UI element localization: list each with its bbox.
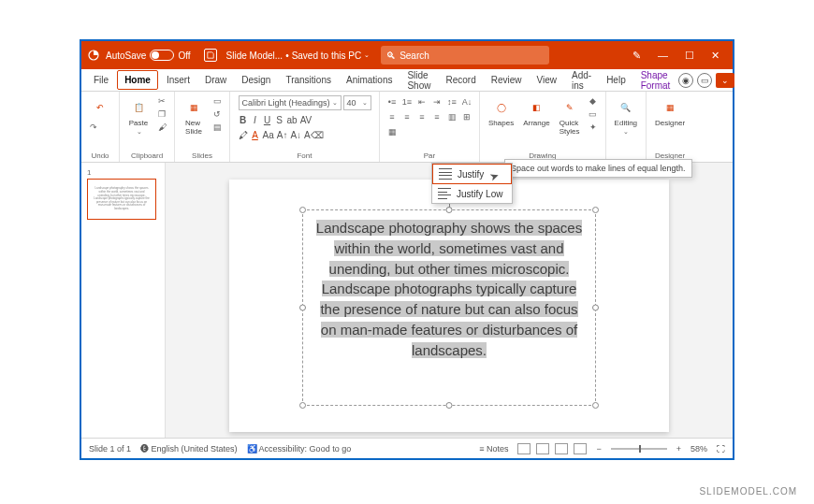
align-center-button[interactable]: ≡ (400, 110, 414, 123)
tab-transitions[interactable]: Transitions (279, 71, 338, 89)
align-text-button[interactable]: ⊞ (460, 110, 473, 123)
tab-design[interactable]: Design (235, 71, 277, 89)
shrink-font-button[interactable]: A↓ (290, 130, 301, 140)
paste-button[interactable]: 📋 Paste ⌄ (125, 95, 152, 137)
tab-review[interactable]: Review (485, 71, 529, 89)
tab-draw[interactable]: Draw (198, 71, 233, 89)
close-button[interactable]: ✕ (711, 50, 720, 62)
indent-left-button[interactable]: ⇤ (415, 95, 429, 108)
resize-handle-b[interactable] (446, 402, 453, 409)
zoom-slider[interactable] (611, 448, 667, 450)
present-icon[interactable]: ▭ (697, 73, 712, 88)
tab-insert[interactable]: Insert (160, 71, 196, 89)
italic-button[interactable]: I (251, 115, 260, 125)
tab-file[interactable]: File (87, 71, 115, 89)
undo-button[interactable]: ↶ (87, 95, 113, 120)
justify-button[interactable]: ≡ (430, 110, 443, 123)
zoom-out-button[interactable]: − (596, 444, 601, 454)
text-box[interactable]: Landscape photography shows the spaces w… (302, 209, 596, 406)
document-title: Slide Model... (226, 50, 283, 61)
layout-button[interactable]: ▭ (211, 95, 224, 107)
resize-handle-br[interactable] (592, 402, 599, 409)
highlight-button[interactable]: 🖍 (239, 130, 248, 140)
editing-button[interactable]: 🔍Editing⌄ (612, 95, 640, 137)
tab-addins[interactable]: Add-ins (565, 66, 598, 94)
cut-button[interactable]: ✂ (155, 95, 168, 107)
fit-to-window-button[interactable]: ⛶ (717, 444, 725, 454)
slide-body-text[interactable]: Landscape photography shows the spaces w… (311, 218, 588, 397)
reset-button[interactable]: ↺ (211, 108, 224, 120)
zoom-in-button[interactable]: + (676, 444, 681, 454)
font-size-selector[interactable]: 40⌄ (343, 95, 371, 110)
slide-counter[interactable]: Slide 1 of 1 (89, 444, 131, 454)
slide-thumbnail-1[interactable]: Landscape photography shows the spaces w… (87, 179, 156, 220)
resize-handle-tr[interactable] (592, 207, 599, 213)
align-right-button[interactable]: ≡ (415, 110, 429, 123)
notes-button[interactable]: ≡ Notes (479, 444, 508, 454)
columns-button[interactable]: ▥ (445, 110, 458, 123)
char-spacing-button[interactable]: AV (300, 115, 313, 125)
accessibility-indicator[interactable]: ♿ Accessibility: Good to go (247, 444, 352, 454)
tab-view[interactable]: View (531, 71, 564, 89)
quick-styles-button[interactable]: ✎Quick Styles (557, 95, 583, 137)
clear-format-button[interactable]: A⌫ (304, 130, 324, 140)
tab-record[interactable]: Record (439, 71, 482, 89)
ribbon-collapse-button[interactable]: ⌄ (716, 73, 734, 88)
maximize-button[interactable]: ☐ (685, 50, 694, 62)
slideshow-view-button[interactable] (574, 443, 587, 454)
redo-button[interactable]: ↷ (87, 122, 100, 133)
line-spacing-button[interactable]: ↕≡ (445, 95, 458, 108)
resize-handle-l[interactable] (299, 305, 306, 311)
format-painter-button[interactable]: 🖌 (155, 122, 168, 133)
language-indicator[interactable]: 🅖 English (United States) (140, 444, 238, 454)
resize-handle-t[interactable] (446, 207, 453, 213)
shapes-button[interactable]: ◯Shapes (486, 95, 516, 129)
change-case-button[interactable]: Aa (263, 130, 274, 140)
minimize-button[interactable]: — (658, 50, 668, 62)
tab-animations[interactable]: Animations (340, 71, 399, 89)
reading-view-button[interactable] (555, 443, 568, 454)
autosave-toggle[interactable]: AutoSave Off (106, 50, 191, 61)
font-name-selector[interactable]: Calibri Light (Headings)⌄ (239, 95, 342, 110)
slide-canvas-area[interactable]: ⟳ Landscape photography shows the spaces… (166, 163, 733, 438)
copy-button[interactable]: ❐ (155, 108, 168, 120)
resize-handle-r[interactable] (592, 305, 599, 311)
camera-icon[interactable]: ◉ (678, 73, 693, 88)
align-left-button[interactable]: ≡ (385, 110, 399, 123)
shadow-button[interactable]: ab (287, 115, 298, 125)
justify-low-menu-item[interactable]: Justify Low (432, 184, 512, 203)
shape-fill-button[interactable]: ◆ (587, 95, 600, 107)
numbering-button[interactable]: 1≡ (400, 95, 414, 108)
font-color-button[interactable]: A (251, 130, 260, 140)
tab-shape-format[interactable]: Shape Format (634, 66, 677, 94)
grow-font-button[interactable]: A↑ (277, 130, 288, 140)
strikethrough-button[interactable]: S (275, 115, 284, 125)
bullets-button[interactable]: •≡ (385, 95, 399, 108)
underline-button[interactable]: U (263, 115, 272, 125)
slide[interactable]: ⟳ Landscape photography shows the spaces… (229, 180, 669, 432)
text-direction-button[interactable]: A↓ (460, 95, 473, 108)
tab-home[interactable]: Home (117, 70, 158, 90)
group-paragraph: •≡ 1≡ ⇤ ⇥ ↕≡ A↓ ≡ ≡ ≡ ≡ ▥ ⊞ ▦ Par (380, 92, 480, 162)
tab-slideshow[interactable]: Slide Show (400, 66, 437, 94)
tab-help[interactable]: Help (600, 71, 632, 89)
pen-icon[interactable]: ✎ (632, 50, 641, 62)
section-button[interactable]: ▤ (211, 122, 224, 133)
resize-handle-bl[interactable] (299, 402, 306, 409)
ribbon: ↶ ↷ Undo 📋 Paste ⌄ ✂ ❐ 🖌 Clipboard (81, 92, 733, 163)
save-icon[interactable] (204, 49, 217, 62)
shape-outline-button[interactable]: ▭ (587, 108, 600, 120)
search-input[interactable]: 🔍︎ Search (381, 46, 549, 65)
designer-button[interactable]: ▦Designer (652, 95, 688, 129)
arrange-button[interactable]: ◧Arrange (520, 95, 552, 129)
new-slide-button[interactable]: ▦ New Slide (181, 95, 207, 137)
normal-view-button[interactable] (517, 443, 531, 454)
sorter-view-button[interactable] (536, 443, 549, 454)
convert-smartart-button[interactable]: ▦ (385, 125, 399, 138)
indent-right-button[interactable]: ⇥ (430, 95, 443, 108)
shape-effects-button[interactable]: ✦ (587, 122, 600, 133)
zoom-level[interactable]: 58% (690, 444, 707, 454)
bold-button[interactable]: B (239, 115, 248, 125)
resize-handle-tl[interactable] (299, 207, 306, 213)
toggle-switch[interactable] (150, 50, 174, 61)
